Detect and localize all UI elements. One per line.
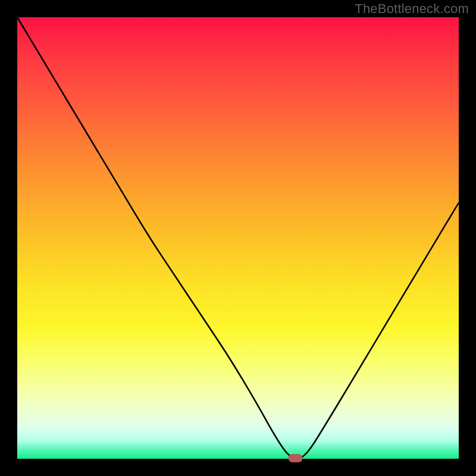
curve-path bbox=[17, 17, 459, 459]
watermark-text: TheBottleneck.com bbox=[355, 1, 469, 17]
plot-area bbox=[17, 17, 459, 459]
chart-frame: TheBottleneck.com bbox=[0, 0, 476, 476]
minimum-marker bbox=[289, 454, 303, 462]
bottleneck-curve bbox=[17, 17, 459, 459]
